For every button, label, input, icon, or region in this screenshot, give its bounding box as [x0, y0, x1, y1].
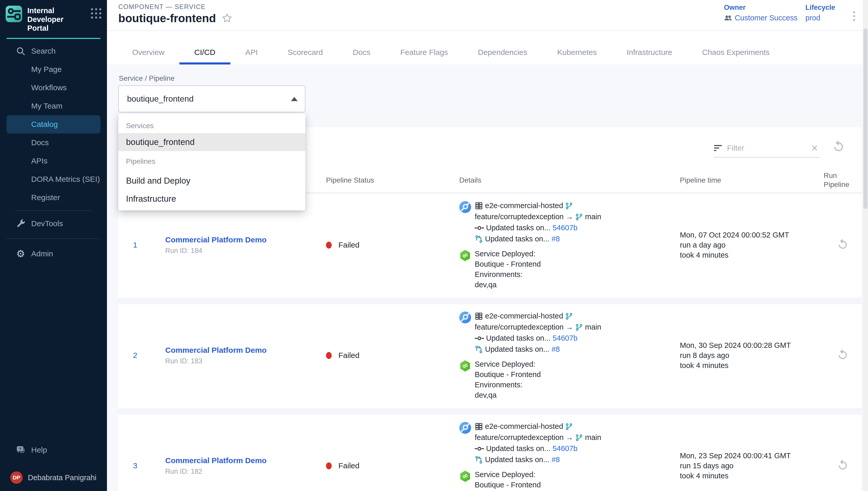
branch-to: main [585, 432, 601, 443]
tab[interactable]: API [230, 48, 273, 64]
status-label: Failed [338, 351, 360, 360]
sidebar-item-label: DORA Metrics (SEI) [31, 175, 100, 183]
commit-hash-link[interactable]: 54607b [553, 222, 578, 233]
sidebar-item-docs[interactable]: Docs [6, 134, 100, 152]
time-ago: run 8 days ago [680, 350, 824, 360]
ci-stage-icon [459, 422, 471, 434]
sidebar: Internal Developer Portal Search My Page [0, 0, 107, 491]
sidebar-item-devtools[interactable]: DevTools [6, 214, 100, 233]
avatar: DP [10, 471, 23, 484]
pipeline-select[interactable]: boutique_frontend [118, 85, 305, 112]
gear-icon: ⚙ [15, 248, 27, 259]
clear-filter-icon[interactable]: ✕ [809, 143, 820, 153]
refresh-icon[interactable] [832, 140, 845, 154]
repo-name: e2e-commercial-hosted [485, 421, 563, 432]
tab[interactable]: Overview [117, 48, 179, 64]
svg-text:?: ? [19, 446, 21, 451]
tab[interactable]: Dependencies [463, 48, 542, 64]
tab[interactable]: Infrastructure [612, 48, 687, 64]
col-header-details: Details [459, 176, 680, 185]
env-title: Environments: [475, 490, 541, 491]
app-logo-icon[interactable] [6, 6, 22, 22]
pr-message: Updated tasks on... [485, 454, 550, 465]
tab[interactable]: CI/CD [179, 48, 230, 64]
run-number-link[interactable]: 3 [133, 461, 165, 470]
pr-number-link[interactable]: #8 [552, 344, 560, 355]
tab[interactable]: Chaos Experiments [687, 48, 784, 64]
pipeline-status: Failed [326, 351, 459, 360]
sidebar-item-register[interactable]: Register [6, 189, 100, 207]
owner-block: Owner Customer Success [724, 4, 797, 22]
filter-input[interactable] [726, 143, 805, 153]
pipeline-time: Mon, 07 Oct 2024 00:00:52 GMT run a day … [680, 230, 824, 260]
run-details: e2e-commercial-hosted [459, 311, 680, 400]
tab[interactable]: Kubernetes [542, 48, 612, 64]
failed-status-dot [326, 242, 332, 249]
commit-hash-link[interactable]: 54607b [553, 443, 578, 454]
branch-from: feature/corruptedexception [475, 322, 564, 333]
pipeline-select-value: boutique_frontend [119, 94, 193, 104]
rerun-pipeline-icon[interactable] [836, 348, 849, 362]
run-id: Run ID: 182 [165, 467, 326, 475]
dropdown-option-infrastructure[interactable]: Infrastructure [118, 190, 305, 208]
tab[interactable]: Docs [338, 48, 385, 64]
app-switcher-icon[interactable] [91, 8, 101, 19]
favorite-star-icon[interactable] [222, 13, 232, 24]
more-options-icon[interactable] [852, 10, 857, 23]
user-menu[interactable]: DP Debabrata Panigrahi [0, 471, 107, 491]
deploy-title: Service Deployed: [475, 249, 541, 259]
pull-request-icon [475, 235, 483, 243]
deploy-service: Boutique - Frontend [475, 480, 541, 490]
pipeline-name-link[interactable]: Commercial Platform Demo [165, 235, 326, 244]
commit-hash-link[interactable]: 54607b [553, 333, 578, 344]
pr-number-link[interactable]: #8 [552, 454, 560, 465]
pr-number-link[interactable]: #8 [552, 233, 560, 244]
team-icon [724, 15, 732, 21]
sidebar-item-label: Docs [31, 138, 49, 147]
pipeline-time: Mon, 30 Sep 2024 00:00:28 GMT run 8 days… [680, 340, 824, 371]
search-icon [15, 46, 27, 56]
sidebar-item-my-page[interactable]: My Page [6, 60, 100, 79]
rerun-pipeline-icon[interactable] [836, 459, 849, 473]
page-scrollbar[interactable] [863, 0, 868, 491]
pipeline-name-link[interactable]: Commercial Platform Demo [165, 346, 326, 354]
sidebar-item-apis[interactable]: APIs [6, 152, 100, 170]
sidebar-item-catalog[interactable]: Catalog [6, 115, 100, 134]
table-row: 2 Commercial Platform Demo Run ID: 183 F… [118, 304, 862, 408]
tab[interactable]: Feature Flags [385, 48, 463, 64]
scrollbar-thumb[interactable] [863, 28, 867, 209]
env-value: dev,qa [475, 390, 541, 400]
branch-icon [575, 323, 583, 331]
commit-icon [475, 445, 484, 452]
dropdown-option-boutique-frontend[interactable]: boutique_frontend [118, 133, 305, 151]
sidebar-item-label: Register [31, 193, 60, 202]
pipeline-name-link[interactable]: Commercial Platform Demo [165, 456, 326, 465]
col-header-time: Pipeline time [680, 176, 824, 185]
commit-icon [475, 225, 484, 231]
run-number-link[interactable]: 2 [133, 351, 165, 360]
arrow-icon: → [566, 322, 573, 333]
commit-message: Updated tasks on... [486, 222, 551, 233]
commit-icon [475, 335, 484, 342]
sidebar-item-admin[interactable]: ⚙ Admin [6, 245, 100, 263]
user-name: Debabrata Panigrahi [28, 473, 96, 482]
sidebar-item-my-team[interactable]: My Team [6, 97, 100, 115]
time-date: Mon, 07 Oct 2024 00:00:52 GMT [680, 230, 824, 240]
cd-stage-icon: ∞ [459, 360, 471, 372]
run-number-link[interactable]: 1 [133, 240, 165, 249]
failed-status-dot [326, 462, 332, 469]
caret-up-icon [291, 97, 298, 101]
sidebar-item-search[interactable]: Search [6, 42, 100, 60]
filter-box: ✕ [714, 139, 820, 157]
owner-value-link[interactable]: Customer Success [735, 14, 797, 22]
breadcrumb: COMPONENT — SERVICE [118, 3, 206, 10]
sidebar-item-dora-metrics[interactable]: DORA Metrics (SEI) [6, 170, 100, 189]
tab[interactable]: Scorecard [273, 48, 338, 64]
rerun-pipeline-icon[interactable] [836, 238, 849, 252]
branch-from: feature/corruptedexception [475, 432, 564, 443]
sidebar-item-help[interactable]: ? Help [6, 441, 100, 459]
time-date: Mon, 30 Sep 2024 00:00:28 GMT [680, 340, 824, 350]
run-id: Run ID: 184 [165, 247, 326, 255]
dropdown-option-build-and-deploy[interactable]: Build and Deploy [118, 172, 305, 190]
sidebar-item-workflows[interactable]: Workflows [6, 79, 100, 97]
